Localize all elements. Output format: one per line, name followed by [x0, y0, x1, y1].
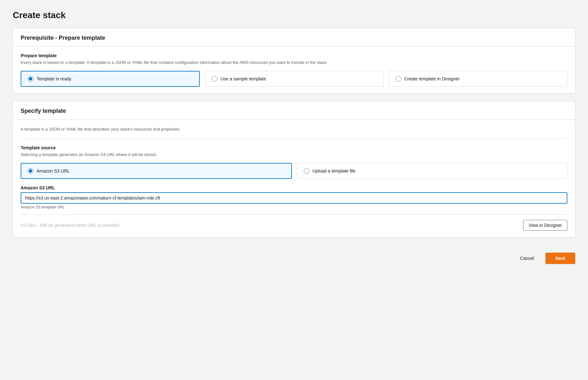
template-source-description: Selecting a template generates an Amazon…	[21, 152, 567, 158]
divider-1	[21, 139, 567, 139]
specify-template-title: Specify template	[21, 108, 66, 114]
option-sample-template-label: Use a sample template	[220, 76, 266, 81]
prepare-template-label: Prepare template	[21, 53, 567, 58]
radio-sample-template[interactable]	[212, 76, 217, 82]
option-sample-template[interactable]: Use a sample template	[205, 71, 383, 87]
template-source-label: Template source	[21, 145, 567, 150]
footer-actions: Cancel Next	[13, 245, 575, 272]
page-title: Create stack	[13, 10, 575, 20]
amazon-s3-url-input[interactable]	[21, 192, 567, 204]
s3-url-display-row: S3 URL: Will be generated when URL is pr…	[21, 214, 567, 231]
prerequisite-card-header: Prerequisite - Prepare template	[13, 28, 575, 47]
option-template-ready-label: Template is ready	[37, 76, 71, 81]
specify-template-card-header: Specify template	[13, 101, 575, 120]
option-upload-file-label: Upload a template file	[313, 168, 355, 173]
s3-url-left: S3 URL: Will be generated when URL is pr…	[21, 223, 119, 228]
option-upload-file[interactable]: Upload a template file	[297, 163, 568, 179]
radio-amazon-s3-url[interactable]	[28, 168, 33, 174]
template-source-section: Template source Selecting a template gen…	[21, 145, 567, 231]
option-create-designer[interactable]: Create template in Designer	[389, 71, 567, 87]
radio-upload-file[interactable]	[304, 168, 309, 174]
specify-template-card-body: A template is a JSON or YAML file that d…	[13, 120, 575, 237]
cancel-button[interactable]: Cancel	[514, 253, 540, 264]
radio-template-ready[interactable]	[28, 76, 33, 82]
prerequisite-card: Prerequisite - Prepare template Prepare …	[13, 28, 575, 93]
specify-template-card: Specify template A template is a JSON or…	[13, 101, 575, 237]
option-create-designer-label: Create template in Designer	[404, 76, 460, 81]
prepare-template-options: Template is ready Use a sample template …	[21, 71, 567, 87]
option-amazon-s3-url-label: Amazon S3 URL	[37, 168, 70, 173]
specify-template-description: A template is a JSON or YAML file that d…	[21, 126, 567, 132]
amazon-s3-url-hint: Amazon S3 template URL	[21, 205, 567, 209]
amazon-s3-url-field-label: Amazon S3 URL	[21, 185, 567, 190]
s3-url-placeholder: Will be generated when URL is provided	[40, 223, 119, 228]
prepare-template-description: Every stack is based on a template. A te…	[21, 59, 567, 66]
template-source-options: Amazon S3 URL Upload a template file	[21, 163, 567, 179]
prerequisite-card-body: Prepare template Every stack is based on…	[13, 47, 575, 93]
view-in-designer-button[interactable]: View in Designer	[523, 220, 567, 231]
prerequisite-card-title: Prerequisite - Prepare template	[21, 35, 105, 41]
radio-create-designer[interactable]	[395, 76, 401, 82]
s3-url-static-label: S3 URL:	[21, 223, 37, 228]
next-button[interactable]: Next	[545, 253, 575, 264]
option-amazon-s3-url[interactable]: Amazon S3 URL	[21, 163, 292, 179]
option-template-ready[interactable]: Template is ready	[21, 71, 200, 87]
